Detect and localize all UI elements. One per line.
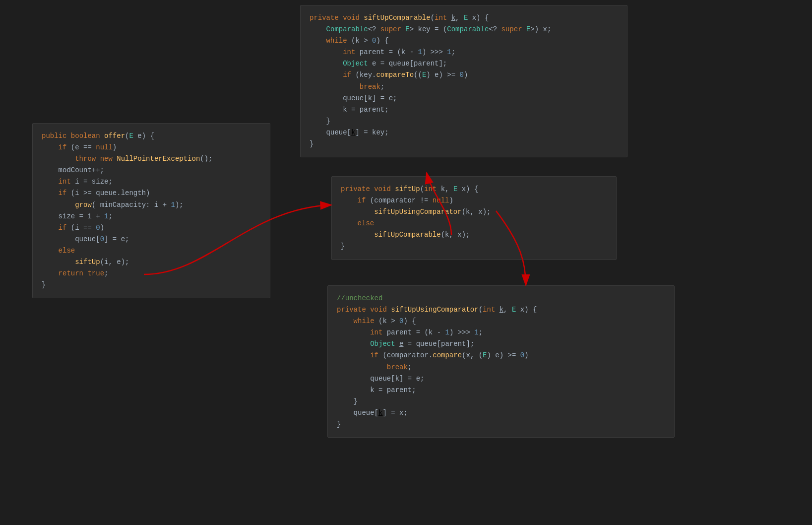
offer-panel: public boolean offer(E e) { if (e == nul… bbox=[32, 123, 270, 298]
siftUpUsingComparator-panel: //unchecked private void siftUpUsingComp… bbox=[327, 285, 675, 438]
siftUp-panel: private void siftUp(int k, E x) { if (co… bbox=[331, 176, 617, 260]
siftUpComparable-panel: private void siftUpComparable(int k, E x… bbox=[300, 5, 627, 157]
